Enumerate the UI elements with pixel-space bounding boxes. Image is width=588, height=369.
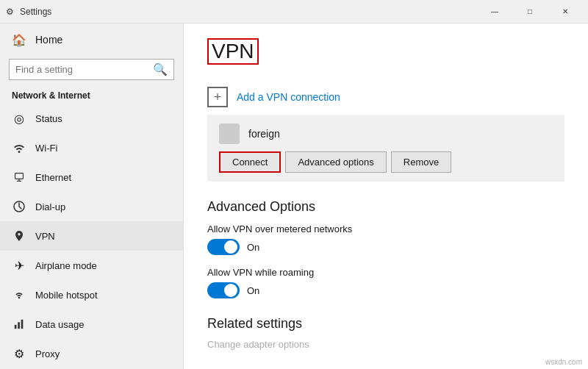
title-bar-left: ⚙ Settings	[6, 7, 51, 17]
sidebar-home[interactable]: 🏠 Home	[0, 24, 183, 56]
minimize-button[interactable]: —	[478, 0, 512, 24]
search-box[interactable]: 🔍	[9, 59, 174, 80]
app-icon: ⚙	[6, 7, 14, 17]
title-bar: ⚙ Settings — □ ✕	[0, 0, 588, 24]
sidebar: 🏠 Home 🔍 Network & Internet ◎ Status Wi-…	[0, 24, 184, 369]
app-body: 🏠 Home 🔍 Network & Internet ◎ Status Wi-…	[0, 24, 588, 369]
advanced-options-title: Advanced Options	[207, 199, 564, 215]
title-bar-controls: — □ ✕	[478, 0, 582, 24]
vpn-connection-icon	[219, 123, 240, 144]
svg-rect-0	[15, 173, 24, 179]
toggle-roaming-control: On	[207, 282, 564, 298]
sidebar-item-dialup[interactable]: Dial-up	[0, 192, 183, 221]
toggle-metered-control: On	[207, 239, 564, 255]
sidebar-item-status[interactable]: ◎ Status	[0, 104, 183, 133]
svg-rect-5	[18, 322, 20, 329]
sidebar-item-label: Mobile hotspot	[35, 290, 98, 301]
svg-rect-4	[15, 325, 17, 329]
maximize-button[interactable]: □	[513, 0, 547, 24]
change-adapter-link[interactable]: Change adapter options	[207, 339, 309, 350]
status-icon: ◎	[12, 111, 26, 126]
sidebar-item-datausage[interactable]: Data usage	[0, 309, 183, 339]
add-vpn-row[interactable]: + Add a VPN connection	[207, 79, 564, 115]
ethernet-icon	[12, 170, 26, 184]
toggle-roaming-state: On	[247, 285, 259, 296]
sidebar-item-label: Status	[35, 113, 62, 124]
datausage-icon	[12, 317, 26, 332]
sidebar-item-label: Airplane mode	[35, 260, 97, 271]
hotspot-icon	[12, 287, 26, 302]
sidebar-item-label: Proxy	[35, 348, 60, 359]
add-vpn-icon: +	[207, 87, 228, 107]
sidebar-item-label: Dial-up	[35, 201, 65, 212]
vpn-card-buttons: Connect Advanced options Remove	[219, 151, 553, 173]
svg-rect-6	[21, 320, 24, 329]
toggle-roaming-label: Allow VPN while roaming	[207, 267, 564, 278]
main-content: VPN + Add a VPN connection foreign Conne…	[184, 24, 588, 369]
toggle-metered-label: Allow VPN over metered networks	[207, 223, 564, 234]
toggle-metered-row: Allow VPN over metered networks On	[207, 223, 564, 255]
toggle-roaming-switch[interactable]	[207, 282, 240, 298]
remove-button[interactable]: Remove	[391, 151, 451, 173]
sidebar-item-wifi[interactable]: Wi-Fi	[0, 133, 183, 162]
sidebar-item-label: Wi-Fi	[35, 143, 57, 154]
sidebar-item-ethernet[interactable]: Ethernet	[0, 162, 183, 192]
app-title: Settings	[20, 7, 51, 17]
toggle-roaming-thumb	[224, 284, 237, 297]
vpn-card-top: foreign	[219, 123, 553, 144]
related-settings-title: Related settings	[207, 316, 564, 332]
home-label: Home	[35, 34, 62, 46]
sidebar-section-label: Network & Internet	[0, 86, 183, 104]
sidebar-item-label: VPN	[35, 231, 55, 242]
home-icon: 🏠	[12, 32, 26, 47]
sidebar-item-vpn[interactable]: VPN	[0, 221, 183, 251]
close-button[interactable]: ✕	[548, 0, 582, 24]
airplane-icon: ✈	[12, 258, 26, 273]
toggle-metered-switch[interactable]	[207, 239, 240, 255]
toggle-roaming-row: Allow VPN while roaming On	[207, 267, 564, 298]
sidebar-item-label: Data usage	[35, 319, 85, 330]
watermark: wsxdn.com	[545, 358, 582, 366]
add-vpn-label: Add a VPN connection	[237, 91, 340, 103]
advanced-options-button[interactable]: Advanced options	[285, 151, 386, 173]
page-title: VPN	[207, 38, 259, 65]
search-input[interactable]	[15, 64, 148, 75]
connect-button[interactable]: Connect	[219, 151, 281, 173]
sidebar-item-hotspot[interactable]: Mobile hotspot	[0, 280, 183, 309]
vpn-icon	[12, 229, 26, 243]
toggle-metered-thumb	[224, 240, 237, 254]
proxy-icon: ⚙	[12, 346, 26, 361]
sidebar-item-airplane[interactable]: ✈ Airplane mode	[0, 251, 183, 280]
vpn-connection-name: foreign	[248, 128, 280, 140]
sidebar-item-proxy[interactable]: ⚙ Proxy	[0, 339, 183, 368]
dialup-icon	[12, 199, 26, 214]
toggle-metered-state: On	[247, 242, 259, 253]
search-icon: 🔍	[153, 62, 168, 76]
vpn-connection-card: foreign Connect Advanced options Remove	[207, 115, 564, 182]
sidebar-item-label: Ethernet	[35, 172, 71, 183]
wifi-icon	[12, 140, 26, 155]
